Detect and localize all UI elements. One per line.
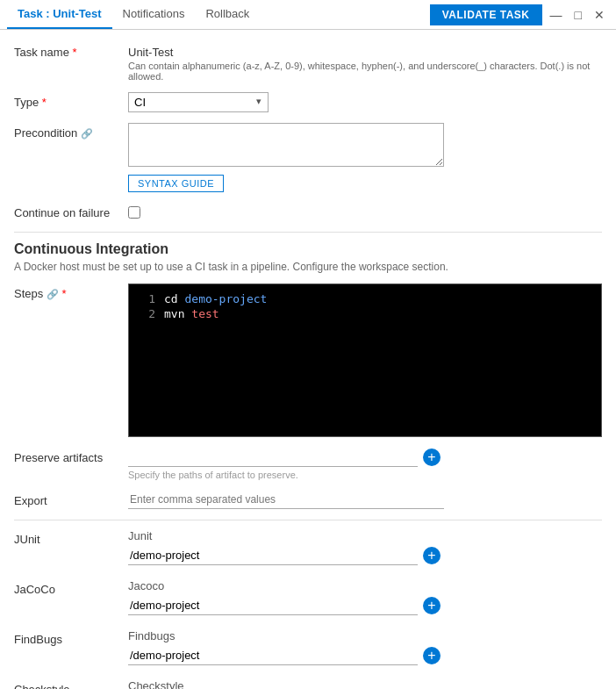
junit-row: JUnit Junit +: [14, 529, 602, 569]
type-required: *: [42, 96, 47, 109]
preserve-artifacts-value: + Specify the paths of artifact to prese…: [128, 448, 602, 480]
plus-icon-findbugs: +: [427, 648, 435, 664]
checkstyle-label: Checkstyle: [14, 679, 128, 689]
findbugs-add-button[interactable]: +: [423, 647, 441, 664]
tab-rollback[interactable]: Rollback: [195, 0, 260, 29]
task-name-hint: Can contain alphanumeric (a-z, A-Z, 0-9)…: [128, 61, 602, 82]
precondition-value: SYNTAX GUIDE: [128, 123, 602, 192]
preserve-artifacts-hint: Specify the paths of artifact to preserv…: [128, 470, 602, 480]
code-line-2: 2 mvn test: [129, 306, 601, 321]
findbugs-path-row: +: [128, 646, 602, 665]
header-actions: VALIDATE TASK — □ ✕: [430, 4, 609, 25]
export-row: Export: [14, 491, 602, 509]
findbugs-path-input[interactable]: [128, 646, 418, 665]
junit-path-input[interactable]: [128, 546, 418, 565]
tab-notifications[interactable]: Notifications: [112, 0, 196, 29]
minimize-button[interactable]: —: [546, 6, 567, 24]
header: Task : Unit-Test Notifications Rollback …: [0, 0, 616, 30]
jacoco-path-row: +: [128, 596, 602, 615]
checkstyle-name-label: Checkstyle: [128, 679, 602, 689]
line-num-1: 1: [134, 292, 155, 305]
preserve-artifacts-row: Preserve artifacts + Specify the paths o…: [14, 448, 602, 480]
task-name-display: Unit-Test: [128, 42, 602, 59]
jacoco-add-button[interactable]: +: [423, 597, 441, 614]
jacoco-path-input[interactable]: [128, 596, 418, 615]
junit-path-row: +: [128, 546, 602, 565]
validate-task-button[interactable]: VALIDATE TASK: [430, 4, 542, 25]
task-name-label: Task name *: [14, 42, 128, 59]
type-label: Type *: [14, 92, 128, 109]
minimize-icon: —: [550, 8, 562, 22]
plus-icon-jacoco: +: [427, 598, 435, 614]
jacoco-name-label: Jacoco: [128, 579, 602, 592]
line-content-2: mvn test: [164, 307, 219, 320]
export-input[interactable]: [128, 491, 444, 509]
close-button[interactable]: ✕: [590, 6, 609, 24]
steps-editor-container: 1 cd demo-project 2 mvn test: [128, 283, 602, 437]
code-line-1: 1 cd demo-project: [129, 291, 601, 306]
export-value: [128, 491, 602, 509]
findbugs-name-label: Findbugs: [128, 629, 602, 642]
steps-link-icon[interactable]: 🔗: [47, 289, 59, 299]
export-label: Export: [14, 491, 128, 507]
type-select-wrapper: CI Maven Gradle Ant: [128, 92, 269, 112]
steps-row: Steps 🔗 * 1 cd demo-project 2 mvn test: [14, 283, 602, 437]
steps-required: *: [62, 287, 67, 300]
jacoco-row: JaCoCo Jacoco +: [14, 579, 602, 619]
plus-icon-junit: +: [427, 548, 435, 563]
task-name-required: *: [73, 46, 77, 59]
steps-label: Steps 🔗 *: [14, 283, 128, 300]
precondition-link-icon[interactable]: 🔗: [81, 128, 93, 139]
junit-value: Junit +: [128, 529, 602, 569]
task-name-row: Task name * Unit-Test Can contain alphan…: [14, 42, 602, 82]
line-num-2: 2: [134, 307, 155, 320]
continue-on-failure-value: [128, 203, 602, 221]
findbugs-row: FindBugs Findbugs +: [14, 629, 602, 669]
ci-section-desc: A Docker host must be set up to use a CI…: [14, 261, 602, 273]
divider-2: [14, 520, 602, 520]
preserve-artifacts-label: Preserve artifacts: [14, 448, 128, 464]
junit-label: JUnit: [14, 529, 128, 546]
type-select[interactable]: CI Maven Gradle Ant: [128, 92, 269, 112]
preserve-artifacts-add-button[interactable]: +: [423, 449, 441, 466]
jacoco-label: JaCoCo: [14, 579, 128, 596]
junit-name-label: Junit: [128, 529, 602, 542]
syntax-guide-button[interactable]: SYNTAX GUIDE: [128, 175, 224, 192]
tab-task[interactable]: Task : Unit-Test: [7, 0, 112, 29]
precondition-label: Precondition 🔗: [14, 123, 128, 140]
steps-code-editor[interactable]: 1 cd demo-project 2 mvn test: [128, 283, 602, 437]
restore-icon: □: [575, 8, 582, 22]
continue-on-failure-row: Continue on failure: [14, 203, 602, 221]
type-value: CI Maven Gradle Ant: [128, 92, 602, 112]
close-icon: ✕: [594, 8, 605, 22]
main-content: Task name * Unit-Test Can contain alphan…: [0, 30, 616, 689]
restore-button[interactable]: □: [570, 6, 586, 24]
preserve-artifacts-input[interactable]: [128, 448, 418, 467]
preserve-artifacts-input-row: +: [128, 448, 602, 467]
findbugs-value: Findbugs +: [128, 629, 602, 669]
line-content-1: cd demo-project: [164, 292, 267, 305]
precondition-row: Precondition 🔗 SYNTAX GUIDE: [14, 123, 602, 192]
type-row: Type * CI Maven Gradle Ant: [14, 92, 602, 112]
precondition-textarea[interactable]: [128, 123, 444, 167]
ci-section-title: Continuous Integration: [14, 241, 602, 257]
junit-add-button[interactable]: +: [423, 547, 441, 564]
plus-icon: +: [427, 449, 435, 465]
checkstyle-row: Checkstyle Checkstyle +: [14, 679, 602, 689]
continue-on-failure-label: Continue on failure: [14, 203, 128, 219]
findbugs-label: FindBugs: [14, 629, 128, 646]
checkstyle-value: Checkstyle +: [128, 679, 602, 689]
continue-on-failure-checkbox[interactable]: [128, 206, 140, 219]
task-name-value: Unit-Test Can contain alphanumeric (a-z,…: [128, 42, 602, 82]
divider-1: [14, 232, 602, 233]
jacoco-value: Jacoco +: [128, 579, 602, 619]
